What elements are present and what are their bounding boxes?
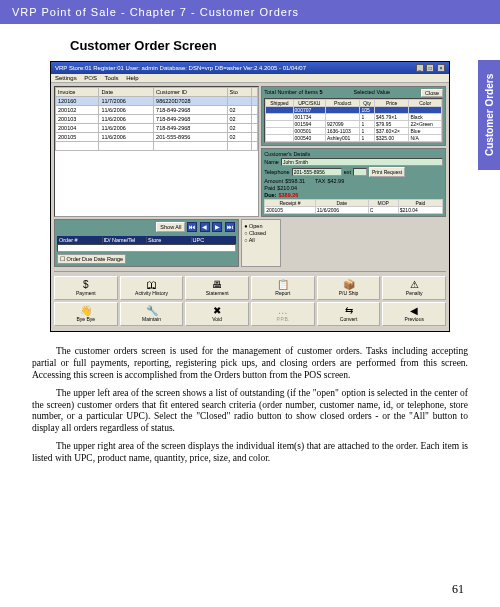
print-request-button[interactable]: Print Request [369,167,405,177]
window-titlebar: VRP Store:01 Register:01 User: admin Dat… [51,62,449,74]
col-shipped[interactable]: Shipped [266,100,293,107]
menubar: Settings POS Tools Help [51,74,449,83]
details-header: Customer's Details [264,151,443,157]
search-col-upc: UPC [192,237,236,243]
section-title: Customer Order Screen [70,38,470,53]
wave-icon: 👋 [80,306,92,316]
items-panel: Total Number of Items 5 Selected Value C… [261,86,446,146]
col-mop[interactable]: MOP [368,200,398,207]
window-controls: _ □ × [415,64,445,72]
search-header: Order # ID/ Name/Tel Store UPC [57,236,236,244]
prev-icon[interactable]: ◀ [200,222,210,232]
paragraph: The upper left area of the screen shows … [32,388,468,436]
report-icon: 📋 [277,280,289,290]
selected-value-label: Selected Value [353,89,390,97]
close-button[interactable]: Close [421,89,443,97]
menu-pos[interactable]: POS [84,75,97,81]
radio-all[interactable]: All [244,237,278,243]
package-icon: 📦 [343,280,355,290]
table-row[interactable]: 20010211/6/2006718-849-296802 [56,106,258,115]
ppb-button[interactable]: …P.P.B. [251,302,315,326]
table-row[interactable]: 0005011636-11031$37.60×2×Blue [266,128,442,135]
table-row[interactable]: 12016011/7/2006986220D7028 [56,97,258,106]
next-icon[interactable]: ▶ [212,222,222,232]
radio-open[interactable]: Open [244,223,278,229]
tax-value: $42.99 [327,178,344,184]
radio-closed[interactable]: Closed [244,230,278,236]
printer-icon: 🖶 [212,280,222,290]
table-row[interactable]: 20010511/6/2006C$210.04 [265,207,443,214]
close-icon[interactable]: × [437,64,445,72]
previous-button[interactable]: ◀Previous [382,302,446,326]
menu-tools[interactable]: Tools [105,75,119,81]
void-icon: ✖ [213,306,221,316]
col-customer-id[interactable]: Customer ID [154,88,227,97]
receipt-grid[interactable]: Receipt # Date MOP Paid 20010511/6/2006C… [264,199,443,214]
ext-field[interactable] [353,168,367,176]
maximize-icon[interactable]: □ [426,64,434,72]
search-input[interactable] [57,244,236,252]
first-icon[interactable]: ⏮ [187,222,197,232]
menu-help[interactable]: Help [126,75,138,81]
paragraph: The upper right area of the screen displ… [32,441,468,465]
col-store[interactable]: Sto [227,88,252,97]
side-tab-customer-orders: Customer Orders [478,60,500,170]
previous-icon: ◀ [410,306,418,316]
table-row[interactable]: 20010311/6/2006718-849-296802 [56,115,258,124]
page-number: 61 [452,582,464,597]
amount-label: Amount [264,178,283,184]
book-icon: 🕮 [147,280,157,290]
telephone-label: Telephone [264,169,289,175]
maintain-button[interactable]: 🔧Maintain [120,302,184,326]
due-label: Due: [264,192,276,198]
col-receipt[interactable]: Receipt # [265,200,316,207]
date-range-checkbox[interactable]: Order Due Date Range [57,254,126,264]
window-title: VRP Store:01 Register:01 User: admin Dat… [55,65,306,71]
col-qty[interactable]: Qty [360,100,375,107]
convert-icon: ⇆ [345,306,353,316]
pu-ship-button[interactable]: 📦P/U Ship [317,276,381,300]
due-value: $389.26 [278,192,298,198]
col-color[interactable]: Color [409,100,442,107]
statement-button[interactable]: 🖶Statement [185,276,249,300]
activity-history-button[interactable]: 🕮Activity History [120,276,184,300]
col-upc[interactable]: UPC/SKU [293,100,325,107]
items-grid[interactable]: Shipped UPC/SKU Product Qty Price Color … [264,98,443,143]
warning-icon: ⚠ [410,280,419,290]
name-label: Name [264,159,279,165]
minimize-icon[interactable]: _ [416,64,424,72]
table-row[interactable]: 0015949270991$79.9522×Green [266,121,442,128]
orders-grid[interactable]: Invoice Date Customer ID Sto 12016011/7/… [54,86,259,217]
name-field[interactable] [281,158,443,166]
convert-button[interactable]: ⇆Convert [317,302,381,326]
col-invoice[interactable]: Invoice [56,88,99,97]
report-button[interactable]: 📋Report [251,276,315,300]
penalty-button[interactable]: ⚠Penalty [382,276,446,300]
paid-label: Paid [264,185,275,191]
void-button[interactable]: ✖Void [185,302,249,326]
tax-label: TAX [315,178,325,184]
dollar-icon: $ [83,280,89,290]
app-window: VRP Store:01 Register:01 User: admin Dat… [50,61,450,332]
bye-bye-button[interactable]: 👋Bye Bye [54,302,118,326]
show-all-button[interactable]: Show All [156,222,185,232]
table-row[interactable]: 20010511/6/2006201-555-895602 [56,133,258,142]
paragraph: The customer orders screen is used for t… [32,346,468,382]
payment-button[interactable]: $Payment [54,276,118,300]
telephone-field[interactable] [292,168,342,176]
dots-icon: … [278,306,288,316]
table-row[interactable]: 000540Ashley0011$325.00N/A [266,135,442,142]
col-date[interactable]: Date [99,88,154,97]
body-text: The customer orders screen is used for t… [0,332,500,465]
table-row[interactable]: 20010411/6/2006718-849-296802 [56,124,258,133]
col-product[interactable]: Product [325,100,359,107]
table-row[interactable]: 000707105 [266,107,442,114]
menu-settings[interactable]: Settings [55,75,77,81]
col-date[interactable]: Date [315,200,368,207]
search-col-id: ID/ Name/Tel [103,237,148,243]
last-icon[interactable]: ⏭ [225,222,235,232]
col-paid[interactable]: Paid [398,200,442,207]
table-row[interactable]: 0017341$45.79×1Black [266,114,442,121]
col-price[interactable]: Price [374,100,408,107]
total-items-label: Total Number of Items [264,89,318,95]
